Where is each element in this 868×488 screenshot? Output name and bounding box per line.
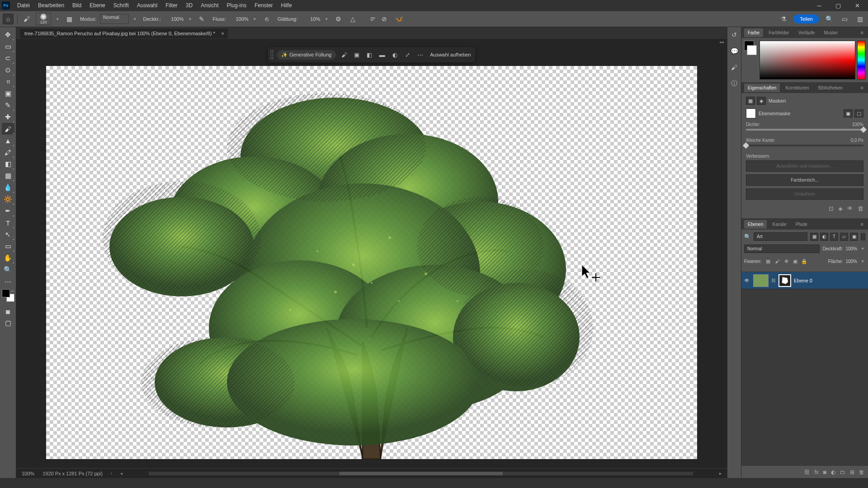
opacity-caret[interactable]: ▾ xyxy=(860,244,865,253)
color-swatch-pair[interactable] xyxy=(744,41,758,80)
tab-adjustments[interactable]: Korrekturen xyxy=(782,84,812,92)
filter-type-icon[interactable]: T xyxy=(830,233,838,241)
color-picker[interactable] xyxy=(760,41,855,80)
menu-help[interactable]: Hilfe xyxy=(278,1,296,10)
color-range-button[interactable]: Farbbereich... xyxy=(746,174,863,186)
history-icon[interactable]: ↺ xyxy=(729,30,739,40)
symmetry-icon[interactable]: 🦋 xyxy=(393,14,404,24)
menu-type[interactable]: Schrift xyxy=(110,1,132,10)
info-icon[interactable]: ⓘ xyxy=(729,79,739,89)
filter-shape-icon[interactable]: ▱ xyxy=(840,233,848,241)
color-swatch[interactable]: ⤺ xyxy=(2,289,14,302)
lock-position-icon[interactable]: ✥ xyxy=(782,258,790,265)
tab-swatches[interactable]: Farbfelder xyxy=(765,28,793,37)
home-icon[interactable]: ⌂ xyxy=(3,14,14,24)
layer-name[interactable]: Ebene 0 xyxy=(794,278,812,283)
opacity-input[interactable] xyxy=(165,16,184,22)
pixel-mask-icon[interactable]: ▦ xyxy=(746,97,755,105)
share-button[interactable]: Teilen xyxy=(793,14,819,23)
menu-edit[interactable]: Bearbeiten xyxy=(34,1,68,10)
density-value[interactable]: 100% xyxy=(852,122,863,127)
menu-plugins[interactable]: Plug-ins xyxy=(223,1,250,10)
scroll-left-icon[interactable]: ◂ xyxy=(120,471,123,476)
invert-button[interactable]: Umkehren xyxy=(746,188,863,200)
hand-tool[interactable]: ✋ xyxy=(2,252,14,264)
quick-select-tool[interactable]: ⊙ xyxy=(2,64,14,76)
minimize-button[interactable]: ─ xyxy=(810,0,828,10)
tab-close-icon[interactable]: × xyxy=(221,31,224,36)
screen-mode-icon[interactable]: ▢ xyxy=(2,317,14,329)
tab-gradients[interactable]: Verläufe xyxy=(795,28,819,37)
pen-tool[interactable]: ✒ xyxy=(2,205,14,217)
edit-toolbar[interactable]: ⋯ xyxy=(2,276,14,287)
lock-artboard-icon[interactable]: ▣ xyxy=(791,258,799,265)
smoothing-options-icon[interactable]: ⚙ xyxy=(333,14,344,24)
zoom-level[interactable]: 100% xyxy=(22,471,34,476)
lock-pixels-icon[interactable]: ▦ xyxy=(764,258,772,265)
tab-patterns[interactable]: Muster xyxy=(820,28,841,37)
healing-tool[interactable]: ✚ xyxy=(2,111,14,123)
brush-preview[interactable]: 120 xyxy=(36,13,51,25)
panel-background-color[interactable] xyxy=(747,45,757,55)
opacity-caret[interactable]: ▾ xyxy=(187,14,193,24)
tab-paths[interactable]: Pfade xyxy=(792,220,811,229)
filter-smart-icon[interactable]: ▣ xyxy=(850,233,858,241)
layer-row[interactable]: 👁 ⛓ Ebene 0 xyxy=(741,272,868,289)
comments-icon[interactable]: 💬 xyxy=(729,46,739,56)
feather-value[interactable]: 0,0 Px xyxy=(851,138,863,143)
layer-mask-link-icon[interactable]: ⛓ xyxy=(771,278,776,283)
mask-thumbnail[interactable] xyxy=(746,108,756,118)
delete-layer-icon[interactable]: 🗑 xyxy=(859,469,864,475)
smoothing-input[interactable] xyxy=(301,16,320,22)
horizontal-scrollbar[interactable] xyxy=(149,472,693,475)
menu-image[interactable]: Bild xyxy=(69,1,85,10)
layer-blend-select[interactable]: Normal xyxy=(744,244,820,253)
filter-toggle-icon[interactable] xyxy=(861,233,865,240)
panel-menu-icon[interactable]: ≡ xyxy=(859,30,865,35)
new-layer-icon[interactable]: ⊞ xyxy=(850,469,854,475)
vector-mask-icon[interactable]: ◈ xyxy=(757,97,766,105)
brushes-icon[interactable]: 🖌 xyxy=(729,62,739,72)
path-select-tool[interactable]: ↖ xyxy=(2,229,14,240)
brush-tool[interactable]: 🖌 xyxy=(2,123,14,135)
eraser-tool[interactable]: ◧ xyxy=(2,158,14,170)
pressure-opacity-icon[interactable]: ✎ xyxy=(196,14,207,24)
airbrush-icon[interactable]: ⎋ xyxy=(261,14,272,24)
angle-input[interactable] xyxy=(362,16,375,22)
feather-slider[interactable] xyxy=(746,145,863,146)
beaker-icon[interactable]: ⚗ xyxy=(778,14,789,24)
load-selection-icon[interactable]: ⊡ xyxy=(829,205,834,212)
tab-properties[interactable]: Eigenschaften xyxy=(744,84,780,92)
quick-mask-icon[interactable]: ◙ xyxy=(2,305,14,317)
link-layers-icon[interactable]: ⛓ xyxy=(804,469,810,475)
tab-channels[interactable]: Kanäle xyxy=(769,220,790,229)
zoom-tool[interactable]: 🔍 xyxy=(2,264,14,276)
pressure-size-icon[interactable]: ⊘ xyxy=(379,14,390,24)
layer-opacity-value[interactable]: 100% xyxy=(845,246,857,251)
lasso-tool[interactable]: ⊂ xyxy=(2,52,14,64)
layer-visibility-icon[interactable]: 👁 xyxy=(744,277,750,284)
filter-pixel-icon[interactable]: ▦ xyxy=(810,233,818,241)
scroll-right-icon[interactable]: ▸ xyxy=(719,471,722,476)
menu-view[interactable]: Ansicht xyxy=(197,1,222,10)
search-icon[interactable]: 🔍 xyxy=(824,14,835,24)
fill-value[interactable]: 100% xyxy=(845,259,857,264)
gradient-tool[interactable]: ▦ xyxy=(2,170,14,182)
eyedropper-tool[interactable]: ✎ xyxy=(2,99,14,111)
move-tool[interactable]: ✥ xyxy=(2,29,14,41)
swap-colors-icon[interactable]: ⤺ xyxy=(11,289,14,293)
maximize-button[interactable]: ▢ xyxy=(829,0,847,10)
layer-filter-select[interactable]: Art xyxy=(754,232,807,241)
adjustment-layer-icon[interactable]: ◐ xyxy=(831,469,835,475)
filter-adjust-icon[interactable]: ◐ xyxy=(820,233,828,241)
add-mask-icon[interactable]: ◙ xyxy=(823,469,826,475)
smoothing-caret[interactable]: ▾ xyxy=(324,14,329,24)
brush-picker-caret[interactable]: ▾ xyxy=(55,14,60,24)
type-tool[interactable]: T xyxy=(2,217,14,229)
menu-select[interactable]: Auswahl xyxy=(133,1,161,10)
menu-layer[interactable]: Ebene xyxy=(86,1,109,10)
stamp-tool[interactable]: ▲ xyxy=(2,135,14,146)
tab-layers[interactable]: Ebenen xyxy=(744,220,767,229)
layer-fx-icon[interactable]: fx xyxy=(814,469,818,475)
status-caret-icon[interactable]: › xyxy=(111,471,112,476)
